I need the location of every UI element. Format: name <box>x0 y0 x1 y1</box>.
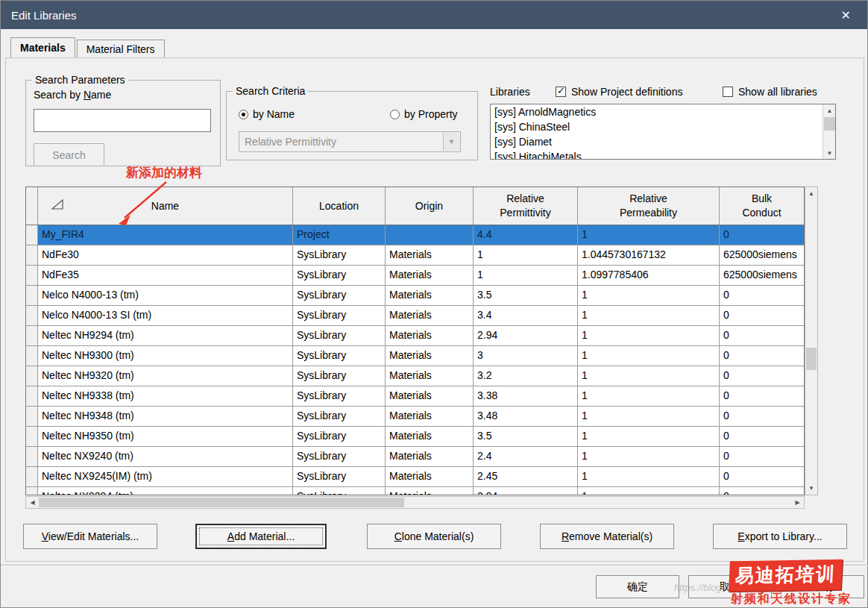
cell-location[interactable]: SysLibrary <box>293 346 386 366</box>
cell-name[interactable]: Neltec NH9350 (tm) <box>38 427 293 446</box>
cell-location[interactable]: SysLibrary <box>293 366 386 386</box>
cell-permittivity[interactable]: 2.45 <box>474 467 578 486</box>
close-icon[interactable]: ✕ <box>835 7 857 24</box>
cell-conductivity[interactable]: 0 <box>720 225 804 245</box>
table-row[interactable]: Neltec NX9240 (tm)SysLibraryMaterials2.4… <box>26 447 804 467</box>
cell-location[interactable]: SysLibrary <box>293 487 386 495</box>
cell-conductivity[interactable]: 0 <box>720 447 804 466</box>
library-item[interactable]: [sys] HitachiMetals <box>491 149 835 160</box>
tab-materials[interactable]: Materials <box>10 37 75 57</box>
cell-location[interactable]: SysLibrary <box>293 245 386 265</box>
column-header-permittivity[interactable]: RelativePermittivity <box>474 187 578 225</box>
cell-permeability[interactable]: 1 <box>578 427 720 446</box>
cell-permittivity[interactable]: 3 <box>474 346 578 366</box>
cell-conductivity[interactable]: 0 <box>720 286 804 305</box>
table-row[interactable]: Neltec NH9348 (tm)SysLibraryMaterials3.4… <box>26 407 804 427</box>
cell-name[interactable]: Neltec NX9245(IM) (tm) <box>38 467 293 486</box>
show-all-libraries-checkbox[interactable]: Show all libraries <box>723 86 817 98</box>
cell-name[interactable]: Neltec NH9320 (tm) <box>38 366 293 386</box>
table-row[interactable]: NdFe30SysLibraryMaterials11.044573016713… <box>26 245 804 266</box>
row-selector[interactable] <box>26 447 38 466</box>
column-header-permeability[interactable]: RelativePermeability <box>578 187 720 225</box>
by-property-radio[interactable]: by Property <box>390 108 458 120</box>
row-selector[interactable] <box>26 427 38 446</box>
show-project-checkbox[interactable]: ✓ Show Project definitions <box>556 86 682 98</box>
cell-origin[interactable]: Materials <box>386 245 474 265</box>
cell-permeability[interactable]: 1 <box>578 306 720 325</box>
scrollbar-thumb[interactable] <box>824 117 835 131</box>
row-selector[interactable] <box>26 366 38 386</box>
title-bar[interactable]: Edit Libraries ✕ <box>1 1 867 29</box>
cell-origin[interactable]: Materials <box>386 326 474 345</box>
search-input[interactable] <box>34 109 211 132</box>
cell-permeability[interactable]: 1 <box>578 286 720 305</box>
scroll-up-icon[interactable]: ▲ <box>823 104 836 116</box>
cell-conductivity[interactable]: 0 <box>720 326 804 345</box>
scroll-left-icon[interactable]: ◀ <box>26 497 39 508</box>
cell-permittivity[interactable]: 3.38 <box>474 386 578 406</box>
view-edit-materials-button[interactable]: View/Edit Materials... <box>23 524 157 549</box>
libraries-listbox[interactable]: [sys] ArnoldMagnetics[sys] ChinaSteel[sy… <box>490 104 836 160</box>
cell-permeability[interactable]: 1 <box>578 386 720 406</box>
cell-permeability[interactable]: 1.0997785406 <box>578 266 720 285</box>
table-row[interactable]: Neltec NH9338 (tm)SysLibraryMaterials3.3… <box>26 386 804 407</box>
cell-origin[interactable] <box>386 225 474 245</box>
scroll-right-icon[interactable]: ▶ <box>791 497 804 508</box>
table-row[interactable]: Neltec NX9245(IM) (tm)SysLibraryMaterial… <box>26 467 804 487</box>
column-header-origin[interactable]: Origin <box>386 187 474 225</box>
cell-origin[interactable]: Materials <box>386 366 474 386</box>
cell-name[interactable]: Neltec NH9338 (tm) <box>38 386 293 406</box>
cell-origin[interactable]: Materials <box>386 386 474 406</box>
table-row[interactable]: Neltec NH9294 (tm)SysLibraryMaterials2.9… <box>26 326 804 346</box>
cell-location[interactable]: Project <box>293 225 386 245</box>
cell-permittivity[interactable]: 3.5 <box>474 427 578 446</box>
cell-permeability[interactable]: 1 <box>578 225 720 245</box>
row-selector[interactable] <box>26 487 38 495</box>
cell-permeability[interactable]: 1 <box>578 346 720 366</box>
cell-name[interactable]: Neltec NH9348 (tm) <box>38 407 293 426</box>
cell-permeability[interactable]: 1 <box>578 467 720 486</box>
add-material-button[interactable]: Add Material... <box>195 524 327 549</box>
column-header-name[interactable]: Name <box>38 187 293 225</box>
scrollbar-thumb[interactable] <box>806 348 817 370</box>
library-item[interactable]: [sys] Diamet <box>491 134 835 149</box>
cell-permittivity[interactable]: 3.2 <box>474 366 578 386</box>
cell-conductivity[interactable]: 0 <box>720 427 804 446</box>
cell-name[interactable]: Neltec NH9300 (tm) <box>38 346 293 366</box>
ok-button[interactable]: 确定 <box>596 575 679 598</box>
row-selector[interactable] <box>26 326 38 345</box>
row-selector[interactable] <box>26 286 38 305</box>
cell-name[interactable]: NdFe35 <box>38 266 293 285</box>
cell-name[interactable]: Neltec NH9294 (tm) <box>38 326 293 345</box>
cell-location[interactable]: SysLibrary <box>293 266 386 285</box>
table-vertical-scrollbar[interactable]: ▲ ▼ <box>805 187 818 495</box>
cell-permeability[interactable]: 1.0445730167132 <box>578 245 720 265</box>
cell-location[interactable]: SysLibrary <box>293 386 386 406</box>
search-button[interactable]: Search <box>34 143 104 166</box>
cell-location[interactable]: SysLibrary <box>293 407 386 426</box>
cell-origin[interactable]: Materials <box>386 286 474 305</box>
scroll-down-icon[interactable]: ▼ <box>823 147 836 159</box>
cell-conductivity[interactable]: 0 <box>720 346 804 366</box>
table-row[interactable]: NdFe35SysLibraryMaterials11.099778540662… <box>26 266 804 286</box>
cell-permeability[interactable]: 1 <box>578 447 720 466</box>
cell-permittivity[interactable]: 3.4 <box>474 306 578 325</box>
cell-permittivity[interactable]: 2.4 <box>474 447 578 466</box>
cell-location[interactable]: SysLibrary <box>293 467 386 486</box>
cell-permittivity[interactable]: 1 <box>474 266 578 285</box>
table-horizontal-scrollbar[interactable]: ◀ ▶ <box>25 496 805 509</box>
tab-material-filters[interactable]: Material Filters <box>77 40 165 57</box>
cell-origin[interactable]: Materials <box>386 306 474 325</box>
cell-name[interactable]: Nelco N4000-13 SI (tm) <box>38 306 293 325</box>
cell-origin[interactable]: Materials <box>386 467 474 486</box>
scrollbar-thumb[interactable] <box>39 498 404 507</box>
table-row[interactable]: Nelco N4000-13 SI (tm)SysLibraryMaterial… <box>26 306 804 326</box>
cell-name[interactable]: Neltec NX9294 (tm) <box>38 487 293 495</box>
table-row[interactable]: Nelco N4000-13 (tm)SysLibraryMaterials3.… <box>26 286 804 306</box>
cell-permittivity[interactable]: 4.4 <box>474 225 578 245</box>
cell-conductivity[interactable]: 0 <box>720 366 804 386</box>
table-row[interactable]: My_FIR4Project4.410 <box>26 225 804 245</box>
cell-name[interactable]: Nelco N4000-13 (tm) <box>38 286 293 305</box>
library-item[interactable]: [sys] ChinaSteel <box>491 119 835 134</box>
cell-permeability[interactable]: 1 <box>578 366 720 386</box>
